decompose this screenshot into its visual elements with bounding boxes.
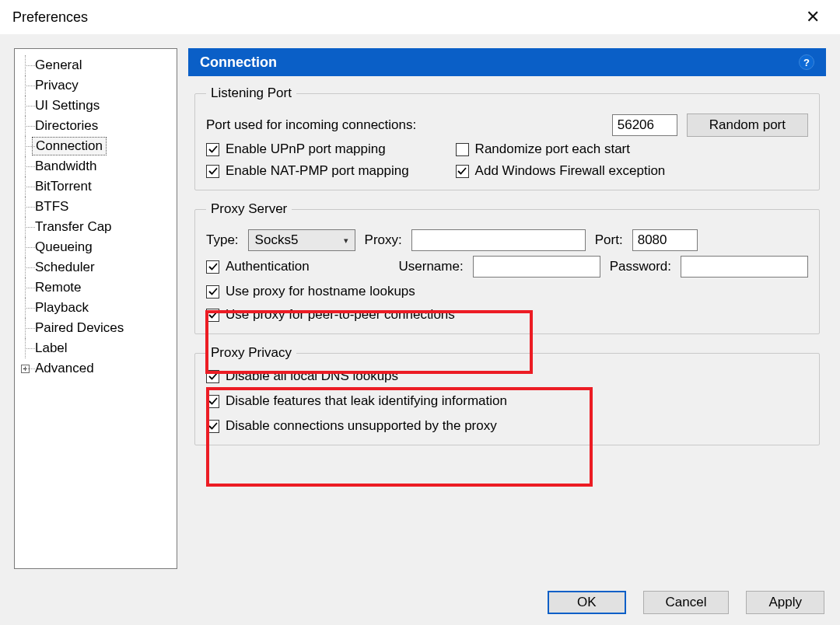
tree-item-label: Advanced xyxy=(32,360,97,377)
tree-item-bittorrent[interactable]: BitTorrent xyxy=(18,176,172,197)
tree-item-directories[interactable]: Directories xyxy=(18,116,172,136)
tree-branch-icon: + xyxy=(18,358,32,379)
checkbox-label: Use proxy for hostname lookups xyxy=(226,284,415,299)
checkbox-authentication[interactable]: Authentication xyxy=(206,259,310,274)
checkmark-icon xyxy=(208,166,219,176)
tree-branch-icon xyxy=(18,298,32,318)
checkmark-icon xyxy=(208,261,219,272)
checkmark-icon xyxy=(208,421,219,431)
tree-branch-icon xyxy=(18,176,32,197)
tree-branch-icon xyxy=(18,237,32,257)
checkmark-icon xyxy=(208,396,219,407)
tree-item-label: BTFS xyxy=(32,198,72,215)
tree-branch-icon xyxy=(18,136,32,156)
tree-item-label: Privacy xyxy=(32,77,82,94)
checkbox-proxy-p2p[interactable]: Use proxy for peer-to-peer connections xyxy=(206,307,808,323)
checkmark-icon xyxy=(208,286,219,297)
tree-item-privacy[interactable]: Privacy xyxy=(18,75,172,96)
tree-item-label: General xyxy=(32,57,85,74)
group-proxy-server: Proxy Server Type: Socks5 ▾ Proxy: Port:… xyxy=(194,201,820,334)
tree-item-queueing[interactable]: Queueing xyxy=(18,237,172,257)
checkbox-label: Use proxy for peer-to-peer connections xyxy=(226,307,455,323)
group-legend: Proxy Server xyxy=(206,201,292,217)
checkbox-label: Authentication xyxy=(226,259,310,274)
checkbox-upnp[interactable]: Enable UPnP port mapping xyxy=(206,141,409,157)
checkmark-icon xyxy=(208,144,219,155)
category-tree[interactable]: General Privacy UI Settings Directories … xyxy=(14,48,177,569)
port-input[interactable] xyxy=(612,114,677,136)
checkbox-label: Disable all local DNS lookups xyxy=(226,368,398,384)
checkbox-proxy-hostname-lookups[interactable]: Use proxy for hostname lookups xyxy=(206,284,808,299)
tree-item-general[interactable]: General xyxy=(18,55,172,75)
checkbox-label: Add Windows Firewall exception xyxy=(475,163,666,179)
proxy-type-dropdown[interactable]: Socks5 ▾ xyxy=(248,229,355,251)
tree-branch-icon xyxy=(18,75,32,96)
tree-item-scheduler[interactable]: Scheduler xyxy=(18,257,172,278)
proxy-port-input[interactable] xyxy=(632,229,698,251)
proxy-port-label: Port: xyxy=(595,232,623,248)
tree-item-ui-settings[interactable]: UI Settings xyxy=(18,96,172,116)
tree-branch-icon xyxy=(18,278,32,298)
tree-branch-icon xyxy=(18,217,32,237)
checkbox-disable-unsupported[interactable]: Disable connections unsupported by the p… xyxy=(206,418,808,434)
port-label: Port used for incoming connections: xyxy=(206,117,416,133)
checkbox-firewall-exception[interactable]: Add Windows Firewall exception xyxy=(456,163,666,179)
password-input[interactable] xyxy=(681,256,808,278)
tree-item-transfer-cap[interactable]: Transfer Cap xyxy=(18,217,172,237)
tree-item-label: Remote xyxy=(32,279,85,296)
checkbox-natpmp[interactable]: Enable NAT-PMP port mapping xyxy=(206,163,409,179)
dropdown-value: Socks5 xyxy=(255,232,344,248)
tree-item-label: UI Settings xyxy=(32,97,103,114)
group-proxy-privacy: Proxy Privacy Disable all local DNS look… xyxy=(194,345,820,445)
tree-item-label: Queueing xyxy=(32,239,96,256)
tree-branch-icon xyxy=(18,116,32,136)
tree-item-label: Directories xyxy=(32,117,101,134)
tree-item-label[interactable]: Label xyxy=(18,338,172,358)
tree-item-btfs[interactable]: BTFS xyxy=(18,197,172,217)
group-legend: Proxy Privacy xyxy=(206,345,296,361)
password-label: Password: xyxy=(610,259,671,274)
proxy-host-label: Proxy: xyxy=(365,232,402,248)
checkbox-label: Enable NAT-PMP port mapping xyxy=(226,163,409,179)
username-label: Username: xyxy=(398,259,463,274)
expand-icon[interactable]: + xyxy=(21,365,30,373)
proxy-type-label: Type: xyxy=(206,232,239,248)
tree-branch-icon xyxy=(18,156,32,176)
tree-branch-icon xyxy=(18,257,32,278)
ok-button[interactable]: OK xyxy=(548,591,626,614)
checkmark-icon xyxy=(208,309,219,320)
tree-item-label: Connection xyxy=(32,137,107,155)
panel-title: Connection xyxy=(200,54,277,71)
username-input[interactable] xyxy=(473,256,600,278)
tree-branch-icon xyxy=(18,96,32,116)
tree-item-playback[interactable]: Playback xyxy=(18,298,172,318)
tree-item-label: Transfer Cap xyxy=(32,218,115,236)
checkbox-disable-local-dns[interactable]: Disable all local DNS lookups xyxy=(206,368,808,384)
tree-item-remote[interactable]: Remote xyxy=(18,278,172,298)
panel-header: Connection ? xyxy=(188,48,826,76)
random-port-button[interactable]: Random port xyxy=(687,113,808,137)
tree-item-label: Bandwidth xyxy=(32,158,100,175)
checkbox-randomize-port[interactable]: Randomize port each start xyxy=(456,141,666,157)
help-icon[interactable]: ? xyxy=(799,54,814,70)
chevron-down-icon: ▾ xyxy=(344,236,348,246)
tree-branch-icon xyxy=(18,55,32,75)
checkbox-disable-leaks[interactable]: Disable features that leak identifying i… xyxy=(206,393,808,409)
checkbox-label: Randomize port each start xyxy=(475,141,630,157)
tree-item-label: Playback xyxy=(32,299,92,316)
checkbox-label: Disable features that leak identifying i… xyxy=(226,393,507,409)
tree-item-connection[interactable]: Connection xyxy=(18,136,172,156)
tree-item-paired-devices[interactable]: Paired Devices xyxy=(18,318,172,338)
close-icon[interactable]: ✕ xyxy=(798,4,828,30)
titlebar: Preferences ✕ xyxy=(0,0,840,34)
tree-branch-icon xyxy=(18,318,32,338)
tree-item-label: BitTorrent xyxy=(32,178,95,195)
proxy-host-input[interactable] xyxy=(411,229,586,251)
tree-item-label: Paired Devices xyxy=(32,319,127,337)
apply-button[interactable]: Apply xyxy=(746,591,824,614)
group-listening-port: Listening Port Port used for incoming co… xyxy=(194,86,820,190)
tree-item-bandwidth[interactable]: Bandwidth xyxy=(18,156,172,176)
tree-item-advanced[interactable]: +Advanced xyxy=(18,358,172,379)
tree-branch-icon xyxy=(18,338,32,358)
cancel-button[interactable]: Cancel xyxy=(643,591,730,614)
